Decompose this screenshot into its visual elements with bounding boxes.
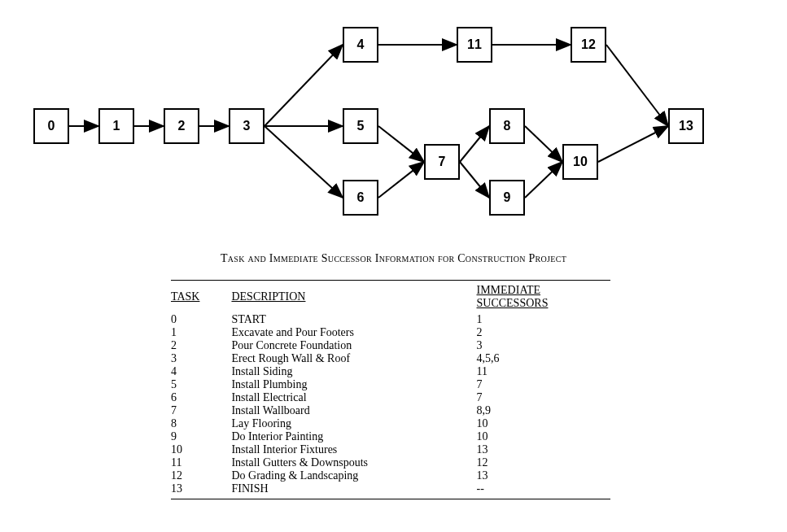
cell-desc: FINISH — [231, 482, 476, 495]
cell-desc: Install Gutters & Downspouts — [231, 456, 476, 469]
node-5: 5 — [343, 108, 378, 144]
edge-n7-n9 — [460, 162, 489, 198]
cell-succ: 11 — [477, 365, 611, 378]
table-row: 6Install Electrical7 — [171, 391, 610, 404]
cell-succ: 1 — [477, 313, 611, 326]
cell-task: 7 — [171, 404, 231, 417]
cell-desc: Excavate and Pour Footers — [231, 326, 476, 339]
node-label: 9 — [504, 190, 511, 205]
node-11: 11 — [457, 27, 492, 63]
node-2: 2 — [164, 108, 199, 144]
cell-task: 4 — [171, 365, 231, 378]
node-label: 8 — [504, 119, 511, 133]
cell-succ: 12 — [477, 456, 611, 469]
table-row: 12Do Grading & Landscaping13 — [171, 469, 610, 482]
node-label: 13 — [679, 119, 693, 133]
node-13: 13 — [668, 108, 704, 144]
node-label: 0 — [48, 119, 55, 133]
cell-desc: Install Wallboard — [231, 404, 476, 417]
edge-n12-n13 — [606, 45, 668, 126]
cell-task: 13 — [171, 482, 231, 495]
table-row: 11Install Gutters & Downspouts12 — [171, 456, 610, 469]
table-row: 13FINISH-- — [171, 482, 610, 495]
node-10: 10 — [562, 144, 598, 180]
edge-n3-n4 — [265, 45, 343, 126]
node-8: 8 — [489, 108, 525, 144]
cell-succ: 10 — [477, 430, 611, 443]
col-task: TASK — [171, 282, 231, 313]
cell-task: 8 — [171, 417, 231, 430]
table-row: 4Install Siding11 — [171, 365, 610, 378]
cell-task: 1 — [171, 326, 231, 339]
cell-desc: Install Plumbing — [231, 378, 476, 391]
table-row: 0START1 — [171, 313, 610, 326]
cell-succ: 13 — [477, 469, 611, 482]
cell-desc: Install Siding — [231, 365, 476, 378]
col-desc: DESCRIPTION — [231, 282, 476, 313]
node-12: 12 — [571, 27, 606, 63]
edge-n10-n13 — [598, 126, 668, 162]
node-3: 3 — [229, 108, 265, 144]
edge-n7-n8 — [460, 126, 489, 162]
edge-n5-n7 — [378, 126, 424, 162]
network-diagram: 0 1 2 3 4 5 6 7 8 9 10 11 12 13 — [0, 0, 787, 244]
cell-desc: Pour Concrete Foundation — [231, 339, 476, 352]
edge-n3-n6 — [265, 126, 343, 198]
node-label: 11 — [467, 37, 482, 52]
cell-task: 6 — [171, 391, 231, 404]
cell-succ: 3 — [477, 339, 611, 352]
node-label: 10 — [573, 155, 588, 169]
cell-task: 12 — [171, 469, 231, 482]
edge-n6-n7 — [378, 162, 424, 198]
col-succ: IMMEDIATE SUCCESSORS — [477, 282, 611, 313]
cell-task: 11 — [171, 456, 231, 469]
table-row: 7Install Wallboard8,9 — [171, 404, 610, 417]
cell-desc: START — [231, 313, 476, 326]
table-row: 5Install Plumbing7 — [171, 378, 610, 391]
cell-desc: Erect Rough Wall & Roof — [231, 352, 476, 365]
node-label: 12 — [581, 37, 596, 52]
cell-task: 2 — [171, 339, 231, 352]
table-row: 10Install Interior Fixtures13 — [171, 443, 610, 456]
node-4: 4 — [343, 27, 378, 63]
table-row: 1Excavate and Pour Footers2 — [171, 326, 610, 339]
node-label: 6 — [357, 190, 365, 205]
cell-succ: -- — [477, 482, 611, 495]
cell-task: 10 — [171, 443, 231, 456]
cell-task: 0 — [171, 313, 231, 326]
cell-desc: Install Electrical — [231, 391, 476, 404]
cell-succ: 4,5,6 — [477, 352, 611, 365]
node-label: 7 — [439, 155, 446, 169]
cell-desc: Do Grading & Landscaping — [231, 469, 476, 482]
node-9: 9 — [489, 180, 525, 216]
node-1: 1 — [98, 108, 134, 144]
cell-task: 9 — [171, 430, 231, 443]
table-row: 2Pour Concrete Foundation3 — [171, 339, 610, 352]
edge-n8-n10 — [525, 126, 562, 162]
node-label: 2 — [178, 119, 186, 133]
node-0: 0 — [33, 108, 69, 144]
cell-succ: 8,9 — [477, 404, 611, 417]
node-7: 7 — [424, 144, 460, 180]
cell-task: 3 — [171, 352, 231, 365]
cell-succ: 13 — [477, 443, 611, 456]
table-row: 9Do Interior Painting10 — [171, 430, 610, 443]
cell-desc: Lay Flooring — [231, 417, 476, 430]
node-label: 3 — [243, 119, 251, 133]
cell-task: 5 — [171, 378, 231, 391]
cell-desc: Do Interior Painting — [231, 430, 476, 443]
table-row: 8Lay Flooring10 — [171, 417, 610, 430]
node-label: 5 — [357, 119, 365, 133]
node-6: 6 — [343, 180, 378, 216]
table-row: 3Erect Rough Wall & Roof4,5,6 — [171, 352, 610, 365]
caption: Task and Immediate Successor Information… — [0, 252, 787, 265]
cell-succ: 7 — [477, 391, 611, 404]
edge-n9-n10 — [525, 162, 562, 198]
cell-succ: 7 — [477, 378, 611, 391]
task-table: TASK DESCRIPTION IMMEDIATE SUCCESSORS 0S… — [171, 280, 610, 499]
cell-succ: 10 — [477, 417, 611, 430]
node-label: 1 — [113, 119, 120, 133]
cell-succ: 2 — [477, 326, 611, 339]
node-label: 4 — [357, 37, 365, 52]
cell-desc: Install Interior Fixtures — [231, 443, 476, 456]
